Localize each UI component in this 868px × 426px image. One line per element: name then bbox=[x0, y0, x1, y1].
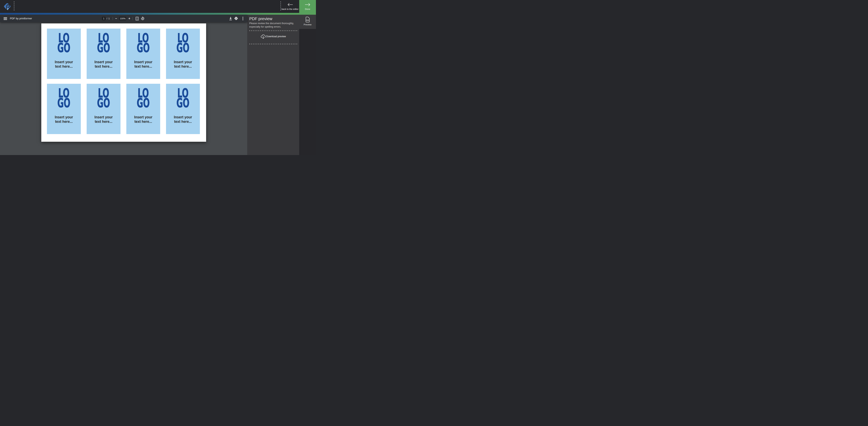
page-divider: / bbox=[106, 15, 107, 22]
toolbar-separator bbox=[113, 17, 113, 20]
pdf-icon-text: PDF bbox=[306, 19, 309, 21]
sidebar-content: PDF preview Please review the document t… bbox=[247, 15, 299, 44]
card-placeholder-text: Insert your text here... bbox=[166, 115, 200, 124]
card-placeholder-text: Insert your text here... bbox=[87, 115, 121, 124]
label-card: LO GO Insert your text here... bbox=[87, 29, 121, 79]
label-card: LO GO Insert your text here... bbox=[47, 84, 81, 134]
card-logo-text: LO GO bbox=[166, 29, 200, 53]
zoom-out-button[interactable]: − bbox=[114, 17, 118, 21]
fit-page-icon bbox=[135, 17, 138, 21]
sidebar-description-line1: Please review the document thoroughly, bbox=[249, 22, 297, 25]
card-placeholder-text: Insert your text here... bbox=[166, 60, 200, 69]
label-card: LO GO Insert your text here... bbox=[87, 84, 121, 134]
card-placeholder-text: Insert your text here... bbox=[47, 60, 81, 69]
pdf-title: PDF by printformer bbox=[10, 15, 32, 22]
toolbar-separator-2 bbox=[132, 17, 133, 20]
download-button[interactable] bbox=[228, 16, 233, 21]
sidebar-tabstrip: PDF Preview bbox=[299, 15, 316, 155]
card-placeholder-text: Insert your text here... bbox=[126, 60, 160, 69]
sidebar-title: PDF preview bbox=[249, 17, 297, 21]
label-card: LO GO Insert your text here... bbox=[166, 84, 200, 134]
card-logo-text: LO GO bbox=[47, 84, 81, 108]
page-number-input[interactable]: 1 bbox=[102, 17, 105, 20]
tab-preview[interactable]: PDF Preview bbox=[299, 15, 316, 29]
dotted-divider-bottom bbox=[249, 44, 297, 44]
sidebar-description: Please review the document thoroughly, e… bbox=[249, 22, 297, 29]
card-grid: LO GO Insert your text here... LO GO Ins… bbox=[47, 29, 200, 134]
cloud-download-icon bbox=[260, 34, 266, 39]
pdf-toolbar: PDF by printformer 1 / 1 − 100% + bbox=[0, 15, 247, 22]
label-card: LO GO Insert your text here... bbox=[47, 29, 81, 79]
card-logo-text: LO GO bbox=[126, 29, 160, 53]
zoom-in-button[interactable]: + bbox=[127, 17, 131, 21]
download-preview-label: Download preview bbox=[266, 35, 286, 38]
progress-strip bbox=[0, 13, 316, 15]
arrow-left-icon bbox=[287, 3, 293, 6]
pdf-file-icon: PDF bbox=[306, 17, 310, 22]
top-application-bar: back to the editor Done bbox=[0, 0, 316, 13]
card-placeholder-text: Insert your text here... bbox=[47, 115, 81, 124]
printformer-logo-icon bbox=[2, 1, 12, 11]
label-card: LO GO Insert your text here... bbox=[126, 29, 160, 79]
label-card: LO GO Insert your text here... bbox=[166, 29, 200, 79]
download-icon bbox=[229, 17, 232, 20]
more-options-button[interactable] bbox=[241, 16, 245, 21]
page-total: 1 bbox=[108, 15, 110, 22]
card-placeholder-text: Insert your text here... bbox=[87, 60, 121, 69]
rotate-button[interactable] bbox=[141, 16, 145, 21]
card-logo-text: LO GO bbox=[87, 84, 121, 108]
pdf-viewer-canvas[interactable]: LO GO Insert your text here... LO GO Ins… bbox=[0, 22, 247, 155]
tab-preview-label: Preview bbox=[304, 23, 311, 26]
done-label: Done bbox=[305, 8, 310, 10]
rotate-icon bbox=[141, 17, 145, 20]
preview-sidebar: PDF preview Please review the document t… bbox=[247, 15, 316, 155]
card-logo-text: LO GO bbox=[166, 84, 200, 108]
print-button[interactable] bbox=[234, 16, 238, 21]
card-placeholder-text: Insert your text here... bbox=[126, 115, 160, 124]
back-to-editor-label: back to the editor bbox=[281, 8, 299, 10]
document-page: LO GO Insert your text here... LO GO Ins… bbox=[41, 23, 206, 142]
label-card: LO GO Insert your text here... bbox=[126, 84, 160, 134]
back-to-editor-button[interactable]: back to the editor bbox=[281, 0, 299, 13]
fit-to-page-button[interactable] bbox=[135, 16, 139, 21]
arrow-right-icon bbox=[305, 3, 311, 6]
menu-button[interactable] bbox=[3, 16, 7, 21]
sidebar-description-line2: especially for spelling errors. bbox=[249, 25, 297, 29]
card-logo-text: LO GO bbox=[87, 29, 121, 53]
zoom-level-display[interactable]: 100% bbox=[119, 17, 126, 20]
printformer-logo[interactable] bbox=[2, 1, 12, 11]
topbar-divider bbox=[14, 1, 14, 11]
print-icon bbox=[234, 17, 238, 20]
app-window: back to the editor Done PDF by printform… bbox=[0, 0, 316, 155]
kebab-menu-icon bbox=[242, 17, 243, 20]
done-button[interactable]: Done bbox=[299, 0, 316, 13]
download-preview-button[interactable]: Download preview bbox=[249, 31, 297, 42]
card-logo-text: LO GO bbox=[47, 29, 81, 53]
card-logo-text: LO GO bbox=[126, 84, 160, 108]
hamburger-icon bbox=[4, 17, 7, 20]
